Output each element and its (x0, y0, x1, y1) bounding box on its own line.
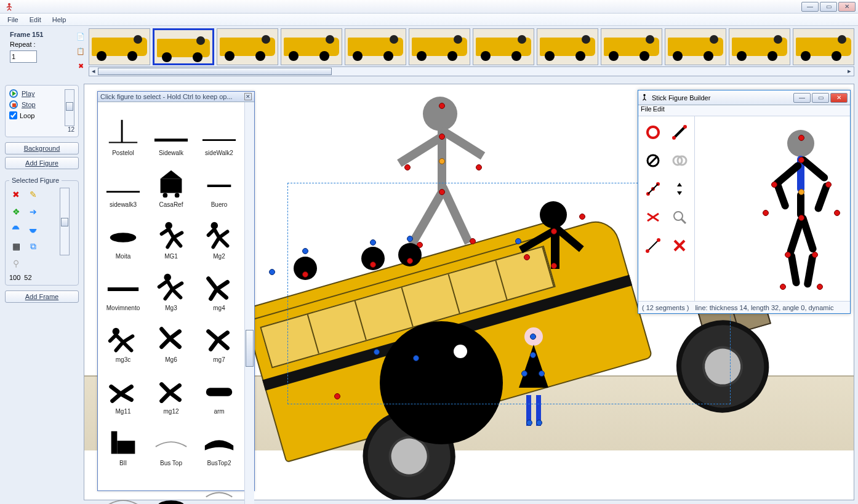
play-button[interactable]: Play (22, 90, 34, 97)
origin-node[interactable] (413, 355, 419, 361)
copy-frame-icon[interactable]: 📄 (75, 31, 86, 42)
scale-spinner[interactable]: 100 (9, 274, 20, 281)
builder-menu-edit[interactable]: Edit (653, 105, 665, 116)
timeline-thumb[interactable] (345, 28, 406, 65)
minimize-button[interactable]: — (801, 2, 819, 12)
palette-item[interactable]: BusTop2 (195, 415, 243, 466)
palette-item[interactable]: MG1 (147, 208, 195, 260)
palette-item[interactable]: Bus Top (147, 415, 195, 466)
builder-maximize-button[interactable]: ▭ (812, 93, 829, 103)
timeline-scrollbar[interactable]: ◂ ▸ (89, 66, 854, 76)
svg-point-14 (175, 193, 180, 198)
builder-status-segments: ( 12 segments ) (642, 304, 689, 311)
palette-item[interactable]: Sidewalk (147, 105, 195, 156)
builder-minimize-button[interactable]: — (793, 93, 811, 103)
timeline-thumb[interactable] (665, 28, 726, 65)
maximize-button[interactable]: ▭ (820, 2, 837, 12)
menu-edit[interactable]: Edit (25, 15, 46, 25)
timeline-thumb[interactable] (217, 28, 278, 65)
join-figure-icon[interactable]: ⚲ (9, 257, 23, 270)
palette-item[interactable]: Moita (99, 208, 147, 260)
builder-canvas[interactable] (695, 116, 850, 301)
tool-toggle-icon[interactable] (641, 147, 666, 174)
origin-node[interactable] (515, 238, 521, 244)
svg-point-30 (648, 127, 659, 138)
palette-item[interactable]: Mg11 (99, 363, 147, 415)
lower-figure-icon[interactable]: ⯋ (26, 222, 40, 236)
tool-split-icon[interactable] (641, 175, 666, 202)
delete-frame-icon[interactable]: ✖ (75, 60, 86, 71)
scroll-right-icon[interactable]: ▸ (845, 67, 854, 76)
timeline-thumb[interactable] (793, 28, 854, 65)
paste-frame-icon[interactable]: 📋 (75, 46, 86, 57)
tool-zoom-icon[interactable] (667, 204, 692, 231)
scale-slider[interactable] (60, 188, 70, 255)
repeat-spinner[interactable]: 1 (10, 50, 37, 63)
palette-item[interactable]: mg7 (195, 311, 243, 363)
palette-item[interactable]: Mg2 (195, 208, 243, 260)
palette-item[interactable]: Buero (195, 156, 243, 208)
add-figure-button[interactable]: Add Figure (5, 157, 79, 169)
background-button[interactable]: Background (5, 142, 79, 154)
builder-titlebar[interactable]: Stick Figure Builder — ▭ ✕ (638, 90, 850, 105)
palette-item[interactable]: mg12 (147, 363, 195, 415)
palette-item[interactable] (147, 466, 195, 504)
duplicate-figure-icon[interactable]: ⧉ (26, 239, 40, 253)
scroll-left-icon[interactable]: ◂ (89, 67, 98, 76)
timeline-thumb[interactable] (89, 28, 150, 65)
scroll-handle[interactable] (98, 68, 332, 75)
origin-node[interactable] (334, 393, 340, 399)
timeline-thumb[interactable] (537, 28, 598, 65)
palette-item[interactable]: BII (99, 415, 147, 466)
tool-line-icon[interactable] (667, 119, 692, 146)
color-figure-icon[interactable]: ▦ (9, 239, 23, 253)
palette-item[interactable]: mg4 (195, 260, 243, 311)
timeline-thumb[interactable] (601, 28, 662, 65)
palette-item[interactable]: sideWalk2 (195, 105, 243, 156)
palette-item[interactable]: Postelol (99, 105, 147, 156)
raise-figure-icon[interactable]: ⯊ (9, 222, 23, 236)
palette-item[interactable]: CasaRef (147, 156, 195, 208)
tool-circle-icon[interactable] (641, 119, 666, 146)
tool-mirror-icon[interactable] (641, 232, 666, 259)
palette-close-icon[interactable]: ✕ (244, 93, 252, 100)
tool-delete-icon[interactable] (667, 232, 692, 259)
palette-item[interactable]: Mg3 (147, 260, 195, 311)
palette-scrollbar[interactable] (244, 102, 254, 504)
palette-item[interactable] (195, 466, 243, 504)
builder-close-button[interactable]: ✕ (830, 93, 848, 103)
loop-checkbox[interactable] (9, 111, 17, 119)
tool-scissors-icon[interactable] (641, 204, 666, 231)
fps-slider[interactable] (65, 89, 74, 126)
palette-titlebar[interactable]: Click figure to select - Hold Ctrl to ke… (98, 92, 254, 102)
menu-file[interactable]: File (2, 15, 23, 25)
flip-figure-icon[interactable]: ➔ (26, 205, 40, 218)
builder-menu-file[interactable]: File (641, 105, 652, 116)
add-frame-button[interactable]: Add Frame (5, 290, 79, 303)
palette-item[interactable]: sidewalk3 (99, 156, 147, 208)
tool-duplicate-icon[interactable] (667, 147, 692, 174)
timeline-thumb[interactable] (409, 28, 470, 65)
center-figure-icon[interactable]: ❖ (9, 205, 23, 218)
origin-node[interactable] (374, 349, 380, 355)
stick-figure-builder-window[interactable]: Stick Figure Builder — ▭ ✕ File Edit (638, 90, 851, 314)
close-button[interactable]: ✕ (838, 2, 856, 12)
tool-arrows-icon[interactable] (667, 175, 692, 202)
menu-help[interactable]: Help (47, 15, 71, 25)
stop-button[interactable]: Stop (22, 101, 36, 108)
palette-item[interactable] (99, 466, 147, 504)
edit-figure-icon[interactable]: ✎ (26, 188, 40, 201)
timeline-thumb[interactable] (729, 28, 790, 65)
figure-palette-window[interactable]: Click figure to select - Hold Ctrl to ke… (97, 91, 255, 491)
palette-item[interactable]: mg3c (99, 311, 147, 363)
palette-item[interactable]: arm (195, 363, 243, 415)
origin-node[interactable] (269, 269, 275, 275)
palette-item[interactable]: Movimnento (99, 260, 147, 311)
palette-item[interactable]: Mg6 (147, 311, 195, 363)
svg-line-29 (644, 98, 646, 100)
svg-point-44 (674, 212, 683, 220)
timeline-thumb[interactable] (153, 28, 214, 65)
timeline-thumb[interactable] (281, 28, 342, 65)
timeline-thumb[interactable] (473, 28, 534, 65)
delete-figure-icon[interactable]: ✖ (9, 188, 23, 201)
